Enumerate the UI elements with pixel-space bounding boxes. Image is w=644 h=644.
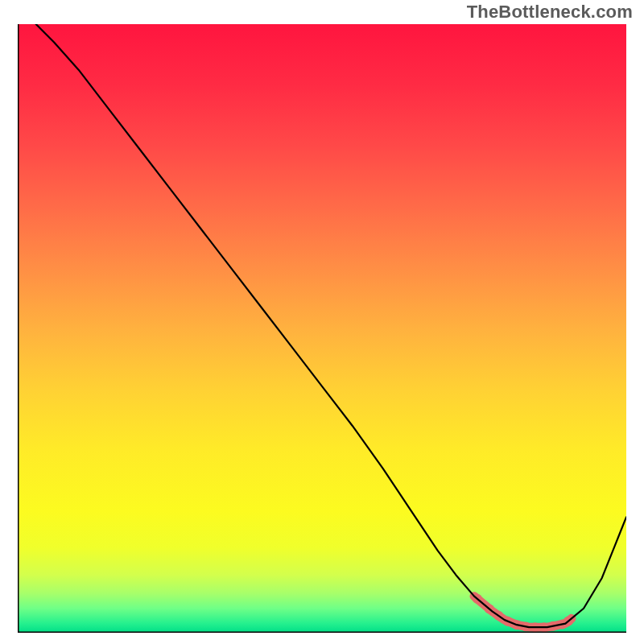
plot-area xyxy=(18,24,626,633)
chart-container: TheBottleneck.com xyxy=(0,0,644,644)
gradient-background xyxy=(18,24,626,633)
watermark-text: TheBottleneck.com xyxy=(467,2,633,23)
chart-svg xyxy=(18,24,626,633)
